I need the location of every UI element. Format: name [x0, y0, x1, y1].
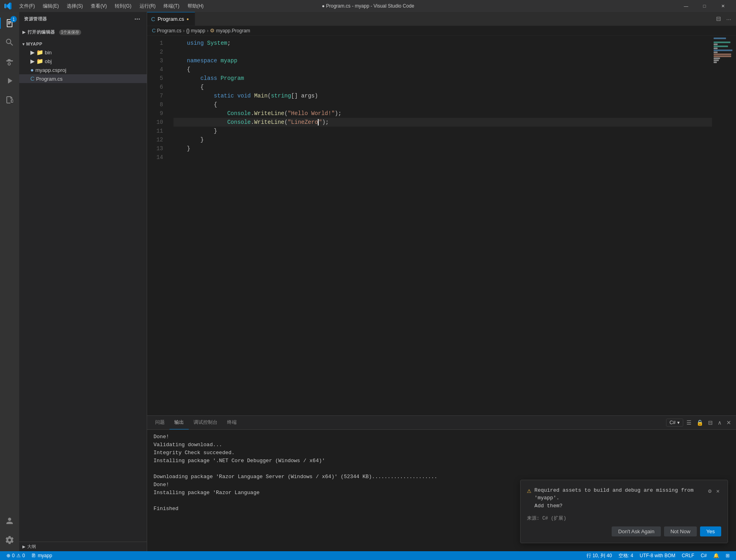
notification-settings-icon[interactable]: ⚙	[706, 487, 713, 496]
status-encoding[interactable]: UTF-8 with BOM	[636, 551, 678, 560]
more-actions-button[interactable]: ···	[724, 15, 733, 23]
chevron-down-icon2: ▾	[22, 42, 25, 46]
tab-bar: C Program.cs ● ⊟ ···	[147, 12, 736, 26]
window-controls: — □ ✕	[677, 0, 732, 12]
outline-section[interactable]: ▶ 大纲	[19, 542, 147, 551]
status-position[interactable]: 行 10, 列 40	[583, 551, 615, 560]
code-line-11: }	[174, 127, 712, 135]
tree-item-program-cs[interactable]: C Program.cs	[19, 74, 147, 83]
panel-list-icon[interactable]: ☰	[685, 419, 693, 427]
panel-tab-output[interactable]: 输出	[170, 416, 189, 429]
open-editors-header[interactable]: ▶ 打开的编辑器 1个未保存	[19, 28, 147, 37]
activity-extensions[interactable]	[0, 90, 19, 109]
status-repo[interactable]: 🖹 行 10, 列 40 myapp	[28, 551, 55, 560]
minimap	[712, 36, 736, 415]
status-eol[interactable]: CRLF	[678, 551, 697, 560]
breadcrumb-ns-icon: {}	[186, 28, 190, 34]
tree-item-csproj[interactable]: ● myapp.csproj	[19, 66, 147, 74]
activity-bottom	[0, 511, 19, 551]
breadcrumb-class[interactable]: ⚙ myapp.Program	[210, 28, 250, 34]
panel-copy-icon[interactable]: ⊟	[706, 419, 714, 427]
notification-source: 来源: C# (扩展)	[527, 514, 721, 522]
maximize-button[interactable]: □	[695, 0, 714, 12]
breadcrumb-class-name: myapp.Program	[216, 28, 250, 34]
menu-goto[interactable]: 转到(G)	[112, 2, 134, 10]
minimap-line	[714, 56, 731, 57]
sidebar-more-actions[interactable]: ···	[133, 15, 142, 24]
menu-terminal[interactable]: 终端(T)	[160, 2, 182, 10]
minimize-button[interactable]: —	[677, 0, 695, 12]
panel-tab-terminal[interactable]: 终端	[222, 416, 241, 429]
panel-tab-problems-label: 问题	[155, 419, 165, 426]
menu-file[interactable]: 文件(F)	[16, 2, 38, 10]
not-now-button[interactable]: Not Now	[664, 526, 697, 536]
svg-rect-1	[8, 22, 11, 23]
tree-item-bin-label: bin	[45, 50, 52, 56]
menu-select[interactable]: 选择(S)	[64, 2, 86, 10]
tree-item-obj[interactable]: ▶ 📁 obj	[19, 57, 147, 66]
svg-rect-2	[8, 24, 10, 24]
error-icon: ⊕	[6, 553, 10, 558]
breadcrumb-c-icon: C	[152, 28, 156, 34]
output-source-dropdown[interactable]: C# ▾	[666, 419, 683, 427]
main-layout: 1	[0, 12, 736, 551]
repo-icon: 🖹	[31, 553, 36, 558]
activity-settings[interactable]	[0, 530, 19, 550]
activity-account[interactable]	[0, 511, 19, 530]
close-button[interactable]: ✕	[714, 0, 732, 12]
minimap-content	[712, 36, 736, 67]
panel-close-icon[interactable]: ✕	[725, 419, 733, 427]
tree-item-program-cs-label: Program.cs	[36, 76, 62, 82]
code-line-10: Console.WriteLine("LineZero");	[174, 118, 712, 127]
panel-lock-icon[interactable]: 🔒	[695, 419, 705, 427]
editor-area: C Program.cs ● ⊟ ··· C Program.cs › {} m…	[147, 12, 736, 551]
menu-edit[interactable]: 编辑(E)	[40, 2, 62, 10]
menu-view[interactable]: 查看(V)	[88, 2, 110, 10]
breadcrumb-sep1: ›	[183, 28, 185, 34]
activity-source-control[interactable]	[0, 52, 19, 71]
split-editor-button[interactable]: ⊟	[714, 14, 723, 23]
menu-run[interactable]: 运行(R)	[136, 2, 159, 10]
code-line-3: namespace myapp	[174, 56, 712, 65]
status-spaces[interactable]: 空格: 4	[615, 551, 636, 560]
yes-button[interactable]: Yes	[700, 526, 721, 536]
menu-help[interactable]: 帮助(H)	[184, 2, 207, 10]
activity-explorer[interactable]: 1	[0, 14, 19, 33]
tree-item-obj-label: obj	[45, 58, 52, 64]
explorer-badge: 1	[10, 16, 17, 22]
error-count: 0	[12, 553, 15, 558]
status-language[interactable]: C#	[698, 551, 710, 560]
activity-run-debug[interactable]	[0, 71, 19, 90]
project-header[interactable]: ▾ MYAPP	[19, 40, 147, 48]
code-content[interactable]: using System; namespace myapp { class Pr…	[167, 36, 712, 415]
activity-search[interactable]	[0, 33, 19, 52]
csharp-file-icon: C	[30, 75, 34, 82]
status-notifications[interactable]: 🔔	[710, 551, 722, 560]
panel-tab-terminal-label: 终端	[227, 419, 237, 426]
sidebar-header: 资源管理器 ···	[19, 12, 147, 26]
panel-tab-debug-console[interactable]: 调试控制台	[189, 416, 222, 429]
window-title: ● Program.cs - myapp - Visual Studio Cod…	[322, 3, 414, 9]
output-line-empty1	[154, 465, 730, 473]
code-editor[interactable]: 1 2 3 4 5 6 7 8 9 10 11 12 13 14 using S…	[147, 36, 736, 415]
panel-tab-problems[interactable]: 问题	[150, 416, 170, 429]
code-line-5: class Program	[174, 74, 712, 83]
tree-item-bin[interactable]: ▶ 📁 bin	[19, 48, 147, 57]
breadcrumb-filename: Program.cs	[157, 28, 181, 34]
code-line-8: {	[174, 100, 712, 109]
minimap-line	[714, 60, 719, 61]
code-line-7: static void Main(string[] args)	[174, 91, 712, 100]
breadcrumb-file[interactable]: C Program.cs	[152, 28, 182, 34]
status-layout[interactable]: ⊞	[722, 551, 733, 560]
code-line-2	[174, 48, 712, 56]
panel-collapse-icon[interactable]: ∧	[716, 419, 723, 427]
dont-ask-again-button[interactable]: Don't Ask Again	[612, 526, 661, 536]
notification-close-icon[interactable]: ✕	[715, 487, 721, 496]
breadcrumb: C Program.cs › {} myapp › ⚙ myapp.Progra…	[147, 26, 736, 36]
minimap-line	[714, 42, 730, 43]
code-line-4: {	[174, 65, 712, 74]
activity-bar: 1	[0, 12, 19, 551]
tab-program-cs[interactable]: C Program.cs ●	[147, 12, 195, 26]
status-errors[interactable]: ⊕ 0 ⚠ 0	[3, 551, 28, 560]
breadcrumb-namespace[interactable]: {} myapp	[186, 28, 205, 34]
